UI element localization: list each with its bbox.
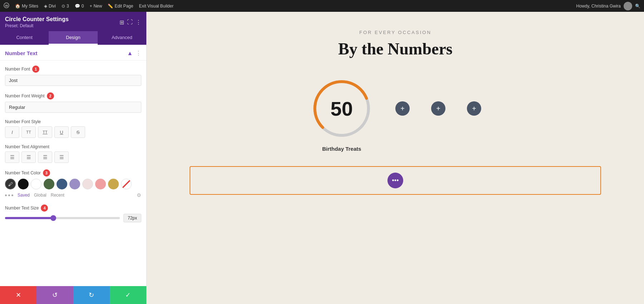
panel-preset[interactable]: Preset: Default [5, 23, 69, 28]
eyedropper-btn[interactable]: 🖊 [5, 179, 16, 189]
plus-icon: + [89, 4, 92, 9]
pencil-icon: ✏️ [108, 4, 113, 9]
tab-content[interactable]: Content [0, 31, 49, 45]
number-text-alignment-group: Number Text Alignment ☰ ☰ ☰ ☰ [5, 144, 141, 163]
add-counter-btn-2[interactable]: + [431, 101, 445, 116]
number-font-weight-select[interactable]: Regular Bold Light [5, 102, 141, 113]
exit-builder-btn[interactable]: Exit Visual Builder [139, 4, 174, 9]
swatch-darkblue[interactable] [57, 179, 67, 189]
main-layout: Circle Counter Settings Preset: Default … [0, 12, 644, 304]
add-counter-btn-3[interactable]: + [467, 101, 481, 116]
svg-text:W: W [5, 4, 8, 8]
wp-admin-bar: W 🏠 My Sites ◈ Divi ⊙ 3 💬 0 + New ✏️ Edi… [0, 0, 644, 12]
alignment-buttons: ☰ ☰ ☰ ☰ [5, 151, 141, 163]
badge-2: 2 [47, 92, 54, 100]
comments-btn[interactable]: 💬 0 [75, 4, 84, 9]
settings-body: Number Font 1 Jost Roboto Open Sans Numb… [0, 61, 146, 234]
settings-panel: Circle Counter Settings Preset: Default … [0, 12, 147, 304]
italic-btn[interactable]: I [5, 126, 19, 138]
swatch-white[interactable] [31, 179, 42, 189]
underline-btn[interactable]: U [54, 126, 69, 138]
swatch-slash[interactable] [121, 179, 132, 189]
wp-icon: W [4, 3, 9, 9]
new-btn[interactable]: + New [89, 4, 102, 9]
number-text-size-label: Number Text Size 4 [5, 204, 141, 212]
tt2-btn[interactable]: TT [38, 126, 52, 138]
tt-btn[interactable]: TT [21, 126, 36, 138]
more-options-icon[interactable]: ⋮ [136, 19, 141, 26]
three-dots-btn[interactable]: ••• [387, 173, 403, 188]
layout-icon[interactable]: ⊞ [119, 19, 124, 26]
color-dots [5, 194, 13, 196]
preview-section: FOR EVERY OCCASION By the Numbers 50 [147, 12, 644, 209]
badge-3: 3 [43, 169, 50, 177]
swatch-black[interactable] [18, 179, 29, 189]
size-slider-container [5, 217, 120, 219]
wp-logo-btn[interactable]: W [4, 3, 9, 9]
tab-design[interactable]: Design [49, 31, 97, 45]
avatar [624, 2, 632, 10]
section-more-icon[interactable]: ⋮ [136, 50, 141, 57]
bottom-section: ••• [190, 166, 601, 195]
circle-comments-btn[interactable]: ⊙ 3 [62, 4, 69, 9]
dot1 [5, 194, 7, 196]
badge-1: 1 [32, 66, 39, 73]
save-button[interactable]: ✓ [110, 286, 146, 304]
number-font-label: Number Font 1 [5, 66, 141, 73]
my-sites-btn[interactable]: 🏠 My Sites [15, 4, 38, 9]
swatch-lightpink[interactable] [82, 179, 93, 189]
add-counter-btn-1[interactable]: + [395, 101, 410, 116]
number-text-color-group: Number Text Color 3 🖊 [5, 169, 141, 198]
preview-subtitle: FOR EVERY OCCASION [359, 30, 431, 35]
panel-title: Circle Counter Settings [5, 16, 69, 23]
align-justify-btn[interactable]: ☰ [54, 151, 69, 163]
number-text-size-group: Number Text Size 4 72px [5, 204, 141, 222]
color-tab-recent[interactable]: Recent [51, 193, 64, 198]
edit-page-btn[interactable]: ✏️ Edit Page [108, 4, 133, 9]
circles-row: 50 Birthday Treats + + + [168, 76, 623, 152]
panel-bottom-bar: ✕ ↺ ↻ ✓ [0, 286, 146, 304]
color-tab-global[interactable]: Global [34, 193, 47, 198]
align-center-btn[interactable]: ☰ [21, 151, 36, 163]
align-right-btn[interactable]: ☰ [38, 151, 52, 163]
strikethrough-btn[interactable]: S [71, 126, 85, 138]
tab-advanced[interactable]: Advanced [98, 31, 146, 45]
badge-4: 4 [41, 204, 48, 212]
size-value-display: 72px [123, 214, 141, 222]
size-row: 72px [5, 214, 141, 222]
circle-counter-main: 50 Birthday Treats [309, 76, 374, 152]
color-tabs: Saved Global Recent ⚙ [5, 192, 141, 198]
number-font-select[interactable]: Jost Roboto Open Sans [5, 75, 141, 86]
panel-header: Circle Counter Settings Preset: Default … [0, 12, 146, 31]
color-swatches: 🖊 [5, 179, 141, 189]
color-settings-icon[interactable]: ⚙ [137, 192, 141, 198]
number-font-weight-label: Number Font Weight 2 [5, 92, 141, 100]
swatch-darkgreen[interactable] [44, 179, 54, 189]
number-text-color-label: Number Text Color 3 [5, 169, 141, 177]
redo-button[interactable]: ↻ [73, 286, 110, 304]
sites-icon: 🏠 [15, 4, 20, 9]
swatch-gold[interactable] [108, 179, 119, 189]
font-style-buttons: I TT TT U S [5, 126, 141, 138]
panel-content: Number Text ▲ ⋮ Number Font 1 Jost Robot… [0, 45, 146, 286]
cancel-button[interactable]: ✕ [0, 286, 36, 304]
slider-thumb[interactable] [50, 215, 56, 221]
chevron-up-icon[interactable]: ▲ [127, 50, 133, 57]
bubble-icon: 💬 [75, 4, 80, 9]
divi-btn[interactable]: ◈ Divi [44, 4, 56, 9]
section-title: Number Text [5, 50, 38, 56]
number-font-group: Number Font 1 Jost Roboto Open Sans [5, 66, 141, 86]
preview-area: FOR EVERY OCCASION By the Numbers 50 [147, 12, 644, 304]
search-icon[interactable]: 🔍 [635, 4, 640, 9]
swatch-lightpurple[interactable] [69, 179, 80, 189]
align-left-btn[interactable]: ☰ [5, 151, 19, 163]
fullscreen-icon[interactable]: ⛶ [127, 19, 133, 25]
dot2 [8, 194, 10, 196]
number-font-style-group: Number Font Style I TT TT U S [5, 119, 141, 138]
undo-button[interactable]: ↺ [36, 286, 73, 304]
circle-icon: ⊙ [62, 4, 65, 9]
swatch-pink[interactable] [95, 179, 106, 189]
preview-title: By the Numbers [338, 39, 452, 58]
dot3 [11, 194, 13, 196]
color-tab-saved[interactable]: Saved [18, 193, 30, 198]
